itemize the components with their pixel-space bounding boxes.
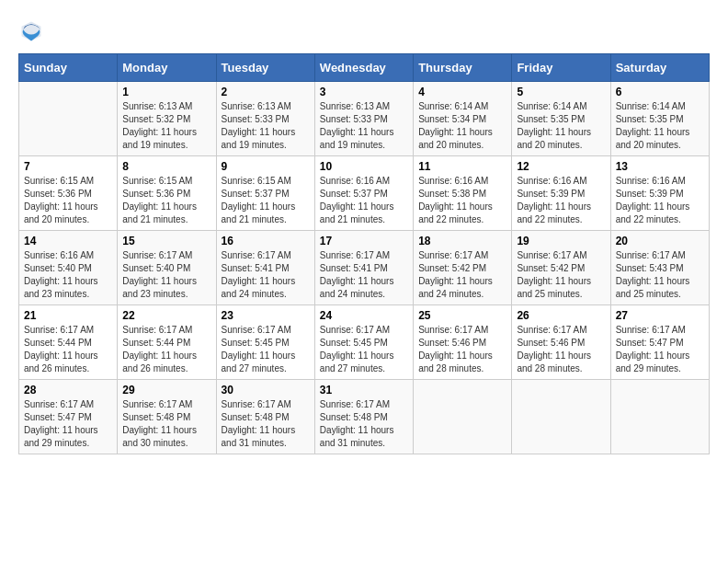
week-row-4: 21Sunrise: 6:17 AMSunset: 5:44 PMDayligh… — [19, 305, 710, 380]
column-header-friday: Friday — [512, 54, 610, 82]
day-number: 24 — [320, 309, 408, 322]
column-header-tuesday: Tuesday — [216, 54, 314, 82]
calendar-cell: 3Sunrise: 6:13 AMSunset: 5:33 PMDaylight… — [314, 82, 413, 156]
day-number: 26 — [517, 309, 605, 322]
calendar-cell: 10Sunrise: 6:16 AMSunset: 5:37 PMDayligh… — [314, 156, 413, 231]
day-number: 21 — [24, 309, 112, 322]
day-info: Sunrise: 6:17 AMSunset: 5:42 PMDaylight:… — [517, 249, 605, 301]
day-number: 30 — [222, 384, 310, 396]
day-number: 28 — [24, 384, 112, 396]
calendar-cell: 13Sunrise: 6:16 AMSunset: 5:39 PMDayligh… — [610, 156, 709, 231]
day-number: 23 — [222, 309, 310, 322]
week-row-2: 7Sunrise: 6:15 AMSunset: 5:36 PMDaylight… — [19, 156, 710, 231]
calendar-header: SundayMondayTuesdayWednesdayThursdayFrid… — [19, 54, 710, 82]
calendar-cell: 4Sunrise: 6:14 AMSunset: 5:34 PMDaylight… — [414, 82, 512, 156]
calendar-cell: 26Sunrise: 6:17 AMSunset: 5:46 PMDayligh… — [512, 305, 610, 380]
calendar-cell: 5Sunrise: 6:14 AMSunset: 5:35 PMDaylight… — [512, 82, 610, 156]
column-header-sunday: Sunday — [19, 54, 118, 82]
day-number: 11 — [418, 160, 506, 173]
week-row-3: 14Sunrise: 6:16 AMSunset: 5:40 PMDayligh… — [19, 231, 710, 305]
calendar-cell: 22Sunrise: 6:17 AMSunset: 5:44 PMDayligh… — [118, 305, 216, 380]
day-number: 10 — [320, 160, 408, 173]
calendar-cell: 30Sunrise: 6:17 AMSunset: 5:48 PMDayligh… — [216, 380, 314, 454]
calendar-cell: 29Sunrise: 6:17 AMSunset: 5:48 PMDayligh… — [118, 380, 216, 454]
calendar-cell — [19, 82, 118, 156]
day-info: Sunrise: 6:15 AMSunset: 5:36 PMDaylight:… — [24, 175, 112, 226]
day-number: 12 — [517, 160, 605, 173]
calendar-cell: 12Sunrise: 6:16 AMSunset: 5:39 PMDayligh… — [512, 156, 610, 231]
day-number: 20 — [616, 235, 704, 247]
calendar-cell: 18Sunrise: 6:17 AMSunset: 5:42 PMDayligh… — [414, 231, 512, 305]
day-info: Sunrise: 6:13 AMSunset: 5:32 PMDaylight:… — [122, 100, 210, 152]
column-header-thursday: Thursday — [414, 54, 512, 82]
day-info: Sunrise: 6:14 AMSunset: 5:34 PMDaylight:… — [418, 100, 506, 152]
day-info: Sunrise: 6:15 AMSunset: 5:36 PMDaylight:… — [122, 175, 210, 226]
day-number: 1 — [122, 86, 210, 98]
day-number: 15 — [122, 235, 210, 247]
calendar-cell: 16Sunrise: 6:17 AMSunset: 5:41 PMDayligh… — [216, 231, 314, 305]
day-number: 7 — [24, 160, 112, 173]
calendar-cell: 25Sunrise: 6:17 AMSunset: 5:46 PMDayligh… — [414, 305, 512, 380]
calendar-cell: 17Sunrise: 6:17 AMSunset: 5:41 PMDayligh… — [314, 231, 413, 305]
day-number: 2 — [222, 86, 310, 98]
day-info: Sunrise: 6:16 AMSunset: 5:37 PMDaylight:… — [320, 175, 408, 226]
calendar-cell: 7Sunrise: 6:15 AMSunset: 5:36 PMDaylight… — [19, 156, 118, 231]
day-number: 6 — [616, 86, 704, 98]
day-info: Sunrise: 6:17 AMSunset: 5:45 PMDaylight:… — [320, 324, 408, 375]
day-info: Sunrise: 6:16 AMSunset: 5:39 PMDaylight:… — [517, 175, 605, 226]
day-info: Sunrise: 6:17 AMSunset: 5:41 PMDaylight:… — [320, 249, 408, 301]
day-info: Sunrise: 6:16 AMSunset: 5:40 PMDaylight:… — [24, 249, 112, 301]
day-number: 18 — [418, 235, 506, 247]
day-info: Sunrise: 6:16 AMSunset: 5:38 PMDaylight:… — [418, 175, 506, 226]
day-info: Sunrise: 6:16 AMSunset: 5:39 PMDaylight:… — [616, 175, 704, 226]
day-number: 19 — [517, 235, 605, 247]
day-info: Sunrise: 6:17 AMSunset: 5:43 PMDaylight:… — [616, 249, 704, 301]
calendar-cell: 15Sunrise: 6:17 AMSunset: 5:40 PMDayligh… — [118, 231, 216, 305]
day-info: Sunrise: 6:17 AMSunset: 5:40 PMDaylight:… — [122, 249, 210, 301]
calendar-cell — [414, 380, 512, 454]
calendar-cell: 24Sunrise: 6:17 AMSunset: 5:45 PMDayligh… — [314, 305, 413, 380]
week-row-5: 28Sunrise: 6:17 AMSunset: 5:47 PMDayligh… — [19, 380, 710, 454]
calendar-table: SundayMondayTuesdayWednesdayThursdayFrid… — [18, 53, 710, 454]
day-number: 17 — [320, 235, 408, 247]
day-number: 31 — [320, 384, 408, 396]
day-info: Sunrise: 6:17 AMSunset: 5:44 PMDaylight:… — [24, 324, 112, 375]
day-info: Sunrise: 6:17 AMSunset: 5:48 PMDaylight:… — [122, 398, 210, 450]
calendar-cell: 6Sunrise: 6:14 AMSunset: 5:35 PMDaylight… — [610, 82, 709, 156]
week-row-1: 1Sunrise: 6:13 AMSunset: 5:32 PMDaylight… — [19, 82, 710, 156]
calendar-cell: 27Sunrise: 6:17 AMSunset: 5:47 PMDayligh… — [610, 305, 709, 380]
calendar-cell: 9Sunrise: 6:15 AMSunset: 5:37 PMDaylight… — [216, 156, 314, 231]
column-header-wednesday: Wednesday — [314, 54, 413, 82]
column-header-monday: Monday — [118, 54, 216, 82]
day-info: Sunrise: 6:17 AMSunset: 5:47 PMDaylight:… — [616, 324, 704, 375]
day-info: Sunrise: 6:17 AMSunset: 5:41 PMDaylight:… — [222, 249, 310, 301]
day-number: 16 — [222, 235, 310, 247]
calendar-cell: 31Sunrise: 6:17 AMSunset: 5:48 PMDayligh… — [314, 380, 413, 454]
day-info: Sunrise: 6:14 AMSunset: 5:35 PMDaylight:… — [517, 100, 605, 152]
day-number: 14 — [24, 235, 112, 247]
calendar-cell: 19Sunrise: 6:17 AMSunset: 5:42 PMDayligh… — [512, 231, 610, 305]
day-info: Sunrise: 6:17 AMSunset: 5:45 PMDaylight:… — [222, 324, 310, 375]
calendar-cell: 23Sunrise: 6:17 AMSunset: 5:45 PMDayligh… — [216, 305, 314, 380]
day-info: Sunrise: 6:17 AMSunset: 5:42 PMDaylight:… — [418, 249, 506, 301]
day-number: 9 — [222, 160, 310, 173]
day-number: 8 — [122, 160, 210, 173]
day-info: Sunrise: 6:15 AMSunset: 5:37 PMDaylight:… — [222, 175, 310, 226]
column-header-saturday: Saturday — [610, 54, 709, 82]
calendar-cell: 1Sunrise: 6:13 AMSunset: 5:32 PMDaylight… — [118, 82, 216, 156]
header-row: SundayMondayTuesdayWednesdayThursdayFrid… — [19, 54, 710, 82]
calendar-cell: 21Sunrise: 6:17 AMSunset: 5:44 PMDayligh… — [19, 305, 118, 380]
day-info: Sunrise: 6:17 AMSunset: 5:46 PMDaylight:… — [517, 324, 605, 375]
page-header — [18, 18, 710, 44]
day-info: Sunrise: 6:17 AMSunset: 5:44 PMDaylight:… — [122, 324, 210, 375]
logo-icon — [18, 18, 44, 44]
day-info: Sunrise: 6:13 AMSunset: 5:33 PMDaylight:… — [320, 100, 408, 152]
day-info: Sunrise: 6:17 AMSunset: 5:47 PMDaylight:… — [24, 398, 112, 450]
day-info: Sunrise: 6:14 AMSunset: 5:35 PMDaylight:… — [616, 100, 704, 152]
calendar-cell: 28Sunrise: 6:17 AMSunset: 5:47 PMDayligh… — [19, 380, 118, 454]
day-number: 3 — [320, 86, 408, 98]
calendar-cell: 14Sunrise: 6:16 AMSunset: 5:40 PMDayligh… — [19, 231, 118, 305]
day-number: 5 — [517, 86, 605, 98]
calendar-cell: 11Sunrise: 6:16 AMSunset: 5:38 PMDayligh… — [414, 156, 512, 231]
calendar-cell: 2Sunrise: 6:13 AMSunset: 5:33 PMDaylight… — [216, 82, 314, 156]
